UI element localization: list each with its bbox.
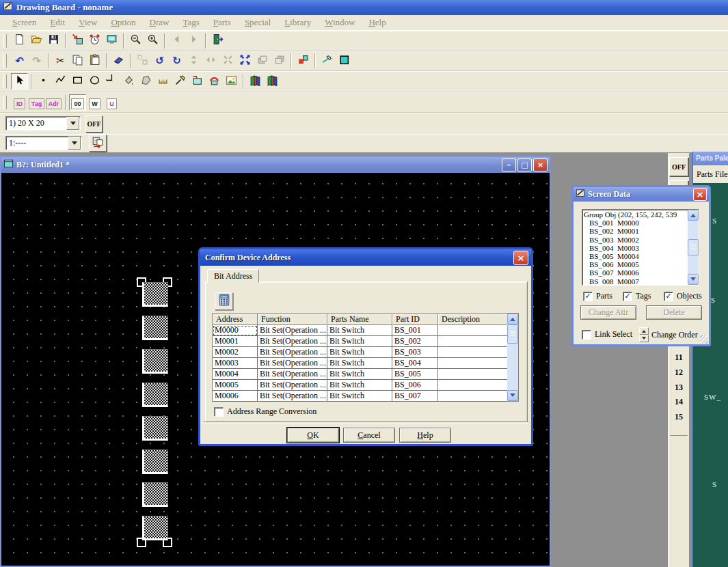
- toolbar-grip[interactable]: [3, 74, 7, 88]
- chevron-down-icon[interactable]: [66, 117, 79, 130]
- state-number-15[interactable]: 15: [669, 412, 689, 422]
- picture-display-button[interactable]: U: [103, 94, 120, 111]
- bit-switch-part-bs_003[interactable]: [142, 349, 168, 374]
- screen-data-item[interactable]: BS_006 M0005: [582, 260, 688, 268]
- cell[interactable]: BS_003: [392, 347, 438, 358]
- point-tool-button[interactable]: [35, 73, 52, 89]
- cell[interactable]: [438, 358, 507, 369]
- screen-data-item[interactable]: BS_008 M0007: [582, 277, 688, 285]
- menu-item-screen[interactable]: Screen: [5, 16, 43, 29]
- cell[interactable]: Bit Set(Operation ...: [258, 358, 327, 369]
- cell[interactable]: M0000: [213, 325, 258, 336]
- column-header-part-id[interactable]: Part ID: [392, 314, 438, 325]
- arch-tool-button[interactable]: [206, 73, 223, 89]
- group-select-button[interactable]: [134, 53, 151, 69]
- screen-data-item[interactable]: BS_001 M0000: [582, 219, 688, 227]
- cell[interactable]: [438, 336, 507, 347]
- part-size-combobox[interactable]: 1) 20 X 20: [5, 116, 81, 130]
- menu-item-option[interactable]: Option: [104, 16, 142, 29]
- address-keypad-button[interactable]: [215, 292, 233, 310]
- column-header-function[interactable]: Function: [258, 314, 327, 325]
- tags-checkbox[interactable]: ✓Tags: [623, 291, 651, 301]
- cut-button[interactable]: ✂: [52, 53, 69, 69]
- link-select-checkbox[interactable]: Link Select: [582, 329, 632, 340]
- flip-vertical-button[interactable]: [185, 53, 202, 69]
- screen-data-item[interactable]: BS_002 M0001: [582, 227, 688, 235]
- parts-checkbox[interactable]: ✓Parts: [583, 291, 612, 301]
- menu-item-special[interactable]: Special: [238, 16, 278, 29]
- menu-item-edit[interactable]: Edit: [43, 16, 72, 29]
- table-scrollbar[interactable]: [507, 314, 518, 401]
- screen-copy-button[interactable]: [69, 33, 86, 49]
- checkbox-box[interactable]: ✓: [664, 292, 673, 301]
- scrollbar-thumb[interactable]: [507, 324, 518, 344]
- checkbox-box[interactable]: ✓: [623, 292, 632, 301]
- cell[interactable]: [438, 391, 507, 402]
- cell[interactable]: Bit Set(Operation ...: [258, 347, 327, 358]
- polyline-tool-button[interactable]: [52, 73, 69, 89]
- spin-down-icon[interactable]: [639, 335, 649, 342]
- screen-data-list[interactable]: Group Obj (202, 155, 242, 539BS_001 M000…: [582, 209, 699, 286]
- window-display-button[interactable]: W: [86, 94, 103, 111]
- cell[interactable]: Bit Switch: [327, 325, 392, 336]
- state-number-11[interactable]: 11: [669, 352, 689, 363]
- screen-data-item[interactable]: BS_003 M0002: [582, 236, 688, 244]
- shrink-button[interactable]: [219, 53, 237, 69]
- table-row-m0006[interactable]: M0006Bit Set(Operation ...Bit SwitchBS_0…: [213, 391, 507, 402]
- delete-button[interactable]: Delete: [646, 305, 702, 320]
- off-display-button[interactable]: OFF: [669, 157, 688, 176]
- cell[interactable]: Bit Switch: [327, 336, 392, 347]
- rotate-right-button[interactable]: ↻: [168, 53, 185, 69]
- alarm-clock-button[interactable]: [86, 33, 103, 49]
- cell[interactable]: [438, 369, 507, 380]
- scroll-down-icon[interactable]: [688, 274, 699, 285]
- color-box-button[interactable]: [336, 53, 353, 69]
- back-button[interactable]: [168, 33, 185, 49]
- pen-check-button[interactable]: [319, 53, 336, 69]
- image-tool-button[interactable]: [223, 73, 240, 89]
- minimize-button[interactable]: –: [502, 158, 516, 171]
- ok-button[interactable]: OK: [287, 428, 339, 443]
- copy-button[interactable]: [69, 53, 86, 69]
- cell[interactable]: M0003: [213, 358, 258, 369]
- cell[interactable]: Bit Switch: [327, 380, 392, 391]
- library-load-button[interactable]: [247, 73, 264, 89]
- cell[interactable]: Bit Set(Operation ...: [258, 369, 327, 380]
- column-header-description[interactable]: Description: [438, 314, 507, 325]
- state-number-14[interactable]: 14: [669, 397, 689, 407]
- new-document-button[interactable]: [11, 33, 28, 49]
- scale-tool-button[interactable]: [154, 73, 172, 89]
- close-icon[interactable]: ×: [693, 188, 707, 201]
- table-row-m0000[interactable]: M0000Bit Set(Operation ...Bit SwitchBS_0…: [213, 325, 507, 336]
- forward-button[interactable]: [185, 33, 202, 49]
- menu-item-draw[interactable]: Draw: [143, 16, 176, 29]
- scrollbar-thumb[interactable]: [688, 239, 699, 255]
- parts-palette-titlebar[interactable]: Parts Pale: [693, 152, 728, 165]
- cell[interactable]: Bit Set(Operation ...: [258, 336, 327, 347]
- checkbox-box[interactable]: [214, 407, 224, 417]
- screen-data-item[interactable]: BS_004 M0003: [582, 244, 688, 252]
- close-button[interactable]: ×: [533, 158, 548, 171]
- close-icon[interactable]: ×: [513, 251, 528, 265]
- undo-button[interactable]: ↶: [11, 53, 28, 69]
- cell[interactable]: Bit Set(Operation ...: [258, 325, 327, 336]
- cell[interactable]: BS_004: [392, 358, 438, 369]
- spin-up-icon[interactable]: [639, 327, 649, 335]
- menu-item-help[interactable]: Help: [362, 16, 392, 29]
- select-arrow-button[interactable]: [11, 73, 28, 89]
- cell[interactable]: BS_007: [392, 391, 438, 402]
- tab-bit-address[interactable]: Bit Address: [207, 269, 259, 283]
- adr-display-button[interactable]: Adr: [45, 94, 62, 111]
- cell[interactable]: [438, 347, 507, 358]
- table-row-m0001[interactable]: M0001Bit Set(Operation ...Bit SwitchBS_0…: [213, 336, 507, 347]
- attribute-button[interactable]: [295, 53, 312, 69]
- screen-data-item[interactable]: Group Obj (202, 155, 242, 539: [582, 210, 688, 219]
- screen-data-item[interactable]: BS_005 M0004: [582, 252, 688, 260]
- address-range-conversion-checkbox[interactable]: Address Range Conversion: [214, 406, 316, 417]
- maximize-button[interactable]: □: [517, 158, 532, 171]
- cell[interactable]: BS_006: [392, 380, 438, 391]
- cell[interactable]: BS_001: [392, 325, 438, 336]
- zoom-in-button[interactable]: [144, 33, 161, 49]
- parts-file-tab[interactable]: Parts File: [693, 165, 728, 183]
- bit-switch-part-bs_006[interactable]: [142, 450, 168, 474]
